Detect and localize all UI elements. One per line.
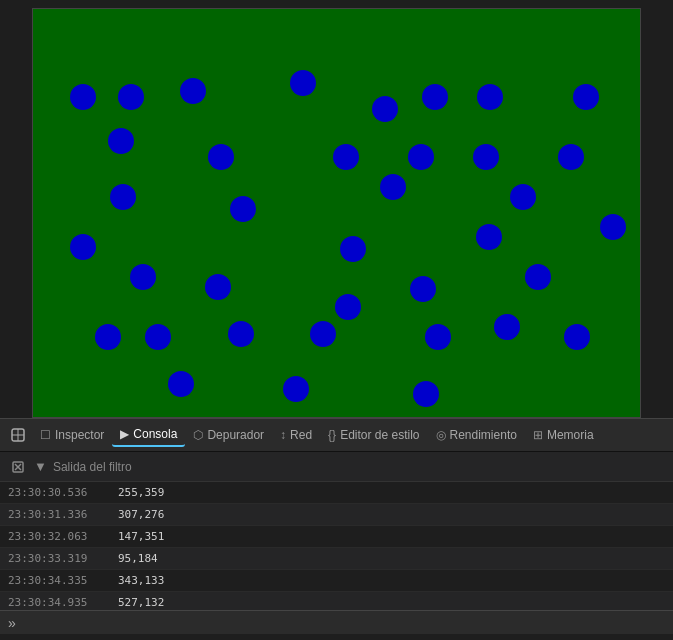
dot: [558, 144, 584, 170]
performance-icon: ◎: [436, 428, 446, 442]
dot: [380, 174, 406, 200]
dot: [494, 314, 520, 340]
dot: [410, 276, 436, 302]
log-entries: 23:30:30.536255,35923:30:31.336307,27623…: [0, 482, 673, 614]
dot: [477, 84, 503, 110]
console-icon: ▶: [120, 427, 129, 441]
tab-console[interactable]: ▶ Consola: [112, 423, 185, 447]
dot: [425, 324, 451, 350]
log-timestamp: 23:30:33.319: [8, 552, 118, 565]
log-timestamp: 23:30:31.336: [8, 508, 118, 521]
log-row: 23:30:34.335343,133: [0, 570, 673, 592]
tab-style-editor[interactable]: {} Editor de estilo: [320, 424, 427, 446]
log-timestamp: 23:30:34.335: [8, 574, 118, 587]
dot: [510, 184, 536, 210]
log-value: 147,351: [118, 530, 164, 543]
dot: [335, 294, 361, 320]
log-value: 527,132: [118, 596, 164, 609]
log-row: 23:30:33.31995,184: [0, 548, 673, 570]
filter-icon: ▼: [34, 459, 47, 474]
dot: [95, 324, 121, 350]
dot: [283, 376, 309, 402]
dot: [525, 264, 551, 290]
bottom-bar: »: [0, 610, 673, 634]
log-row: 23:30:32.063147,351: [0, 526, 673, 548]
log-value: 95,184: [118, 552, 158, 565]
log-value: 255,359: [118, 486, 164, 499]
toolbar: ☐ Inspector ▶ Consola ⬡ Depurador ↕ Red …: [0, 418, 673, 452]
filter-bar: ▼ Salida del filtro: [0, 452, 673, 482]
dot: [333, 144, 359, 170]
dot: [290, 70, 316, 96]
tab-network[interactable]: ↕ Red: [272, 424, 320, 446]
dot: [180, 78, 206, 104]
log-row: 23:30:31.336307,276: [0, 504, 673, 526]
canvas-area: [32, 8, 641, 418]
clear-console-button[interactable]: [8, 457, 28, 477]
dot: [70, 234, 96, 260]
dot: [340, 236, 366, 262]
dot: [476, 224, 502, 250]
dot: [130, 264, 156, 290]
dot: [422, 84, 448, 110]
dot: [145, 324, 171, 350]
log-value: 343,133: [118, 574, 164, 587]
dot: [413, 381, 439, 407]
dot: [228, 321, 254, 347]
inspector-icon: ☐: [40, 428, 51, 442]
dot: [573, 84, 599, 110]
tab-inspector[interactable]: ☐ Inspector: [32, 424, 112, 446]
memory-icon: ⊞: [533, 428, 543, 442]
log-value: 307,276: [118, 508, 164, 521]
dot: [110, 184, 136, 210]
network-icon: ↕: [280, 428, 286, 442]
log-timestamp: 23:30:34.935: [8, 596, 118, 609]
log-timestamp: 23:30:32.063: [8, 530, 118, 543]
dot: [70, 84, 96, 110]
tab-debugger[interactable]: ⬡ Depurador: [185, 424, 272, 446]
tab-memory[interactable]: ⊞ Memoria: [525, 424, 602, 446]
log-row: 23:30:30.536255,359: [0, 482, 673, 504]
tab-performance[interactable]: ◎ Rendimiento: [428, 424, 525, 446]
dot: [208, 144, 234, 170]
dot: [118, 84, 144, 110]
dot: [473, 144, 499, 170]
dot: [205, 274, 231, 300]
dot: [168, 371, 194, 397]
style-editor-icon: {}: [328, 428, 336, 442]
dot: [230, 196, 256, 222]
dot: [310, 321, 336, 347]
filter-label: Salida del filtro: [53, 460, 132, 474]
expand-icon[interactable]: »: [8, 615, 16, 631]
console-area: ▼ Salida del filtro 23:30:30.536255,3592…: [0, 452, 673, 610]
cursor-tool-button[interactable]: [4, 421, 32, 449]
dot: [564, 324, 590, 350]
dot: [108, 128, 134, 154]
dot: [408, 144, 434, 170]
debugger-icon: ⬡: [193, 428, 203, 442]
dot: [600, 214, 626, 240]
log-timestamp: 23:30:30.536: [8, 486, 118, 499]
dot: [372, 96, 398, 122]
